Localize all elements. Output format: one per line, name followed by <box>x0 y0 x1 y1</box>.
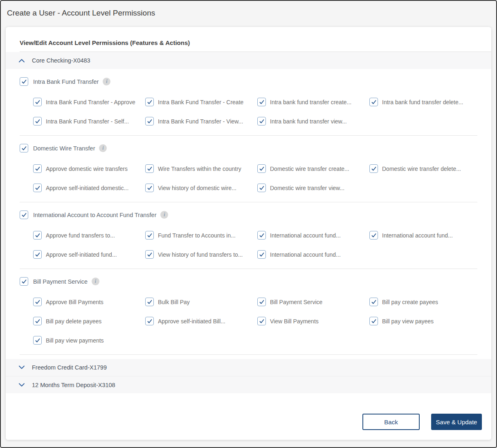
permission-label: International account fund... <box>270 251 341 258</box>
permission-checkbox[interactable] <box>33 336 42 345</box>
permission-checkbox[interactable] <box>369 231 378 240</box>
permission-checkbox[interactable] <box>257 117 266 125</box>
permission-checkbox[interactable] <box>33 231 42 240</box>
back-button[interactable]: Back <box>362 414 420 430</box>
permission-checkbox[interactable] <box>145 184 154 192</box>
permission-item[interactable]: Wire Transfers within the country <box>145 164 253 173</box>
permission-item[interactable]: Approve fund transfers to... <box>33 231 141 240</box>
permission-checkbox[interactable] <box>145 298 154 306</box>
group-checkbox[interactable] <box>20 211 28 219</box>
account-accordion-row[interactable]: 12 Months Term Deposit-X3108 <box>6 376 491 393</box>
permission-label: Approve self-initiated domestic... <box>46 185 128 191</box>
permission-checkbox[interactable] <box>369 317 378 325</box>
permission-label: Intra bank fund transfer delete... <box>382 99 463 105</box>
permission-item[interactable]: Intra Bank Fund Transfer - Self... <box>33 117 141 125</box>
permission-item[interactable]: International account fund... <box>257 231 365 240</box>
permission-checkbox[interactable] <box>369 298 378 306</box>
accordion-list: Core Checking-X0483Intra Bank Fund Trans… <box>6 52 491 393</box>
permission-group: Domestic Wire TransferiApprove domestic … <box>20 144 477 202</box>
permission-checkbox[interactable] <box>145 231 154 240</box>
permission-checkbox[interactable] <box>33 184 42 192</box>
permission-checkbox[interactable] <box>369 98 378 106</box>
permission-checkbox[interactable] <box>33 250 42 259</box>
info-icon[interactable]: i <box>160 211 168 219</box>
permission-checkbox[interactable] <box>257 298 266 306</box>
permission-item[interactable]: Domestic wire transfer delete... <box>369 164 477 173</box>
permission-checkbox[interactable] <box>257 98 266 106</box>
permission-checkbox[interactable] <box>145 164 154 173</box>
permission-label: Bill pay delete payees <box>46 318 101 325</box>
permission-item[interactable]: Fund Transfer to Accounts in... <box>145 231 253 240</box>
permission-item[interactable]: Bill Payment Service <box>257 298 365 306</box>
permission-label: View history of fund transfers to... <box>158 251 243 258</box>
permission-grid: Intra Bank Fund Transfer - ApproveIntra … <box>33 98 477 125</box>
permission-label: Intra bank fund transfer create... <box>270 99 351 105</box>
permission-item[interactable]: International account fund... <box>257 250 365 259</box>
permission-checkbox[interactable] <box>257 164 266 173</box>
permission-item[interactable]: Bulk Bill Pay <box>145 298 253 306</box>
chevron-up-icon <box>18 58 25 63</box>
permission-label: International account fund... <box>382 232 453 239</box>
permission-item[interactable]: View history of domestic wire... <box>145 184 253 192</box>
permission-item[interactable]: Intra bank fund transfer view... <box>257 117 365 125</box>
permission-item[interactable]: Intra bank fund transfer create... <box>257 98 365 106</box>
permission-item[interactable]: Intra bank fund transfer delete... <box>369 98 477 106</box>
save-update-button[interactable]: Save & Update <box>431 414 482 430</box>
permission-item[interactable]: Approve domestic wire transfers <box>33 164 141 173</box>
permission-item[interactable]: Intra Bank Fund Transfer - Approve <box>33 98 141 106</box>
permission-item[interactable]: International account fund... <box>369 231 477 240</box>
permission-checkbox[interactable] <box>369 164 378 173</box>
permission-item[interactable]: Approve self-initiated fund... <box>33 250 141 259</box>
permission-checkbox[interactable] <box>33 117 42 125</box>
permission-item[interactable]: Bill pay view payments <box>33 336 141 345</box>
info-icon[interactable]: i <box>99 144 107 152</box>
permission-label: Bulk Bill Pay <box>158 299 190 305</box>
info-icon[interactable]: i <box>92 278 99 285</box>
permission-label: International account fund... <box>270 232 341 239</box>
account-accordion-row[interactable]: Freedom Credit Card-X1799 <box>6 359 491 376</box>
group-divider <box>20 135 477 136</box>
permission-checkbox[interactable] <box>33 98 42 106</box>
group-checkbox[interactable] <box>20 277 28 286</box>
permission-checkbox[interactable] <box>145 98 154 106</box>
permission-item[interactable]: Domestic wire transfer view... <box>257 184 365 192</box>
group-label: International Account to Account Fund Tr… <box>33 212 156 218</box>
permission-item[interactable]: View history of fund transfers to... <box>145 250 253 259</box>
permission-item[interactable]: View Bill Payments <box>257 317 365 325</box>
permission-item[interactable]: Bill pay create payees <box>369 298 477 306</box>
permission-item[interactable]: Intra Bank Fund Transfer - Create <box>145 98 253 106</box>
permission-group-header: Domestic Wire Transferi <box>20 144 477 152</box>
permission-grid: Approve domestic wire transfersWire Tran… <box>33 164 477 192</box>
group-divider <box>20 354 477 355</box>
account-label: Freedom Credit Card-X1799 <box>32 364 107 371</box>
permission-checkbox[interactable] <box>257 250 266 259</box>
permission-item[interactable]: Domestic wire transfer create... <box>257 164 365 173</box>
permission-item[interactable]: Intra Bank Fund Transfer - View... <box>145 117 253 125</box>
permission-checkbox[interactable] <box>145 317 154 325</box>
account-permissions-body: Intra Bank Fund TransferiIntra Bank Fund… <box>6 77 491 359</box>
permission-checkbox[interactable] <box>33 317 42 325</box>
permission-checkbox[interactable] <box>145 250 154 259</box>
permission-label: Intra Bank Fund Transfer - Create <box>158 99 243 105</box>
permission-item[interactable]: Approve Bill Payments <box>33 298 141 306</box>
permission-item[interactable]: Approve self-initiated domestic... <box>33 184 141 192</box>
permission-checkbox[interactable] <box>257 184 266 192</box>
permission-checkbox[interactable] <box>145 117 154 125</box>
permission-checkbox[interactable] <box>33 164 42 173</box>
account-accordion-row[interactable]: Core Checking-X0483 <box>6 52 491 69</box>
permission-item[interactable]: Bill pay delete payees <box>33 317 141 325</box>
permission-checkbox[interactable] <box>257 231 266 240</box>
permission-item[interactable]: Bill pay view payees <box>369 317 477 325</box>
permission-label: View history of domestic wire... <box>158 185 236 191</box>
group-checkbox[interactable] <box>20 144 28 152</box>
info-icon[interactable]: i <box>103 78 110 85</box>
permission-label: Bill Payment Service <box>270 299 322 305</box>
group-checkbox[interactable] <box>20 77 28 86</box>
permission-checkbox[interactable] <box>33 298 42 306</box>
app-window: Create a User - Account Level Permission… <box>0 0 497 448</box>
permission-item[interactable]: Approve self-initiated Bill... <box>145 317 253 325</box>
permission-label: Approve self-initiated fund... <box>46 251 117 258</box>
permissions-card: View/Edit Account Level Permissions (Fea… <box>6 27 491 440</box>
permission-checkbox[interactable] <box>257 317 266 325</box>
permission-label: Fund Transfer to Accounts in... <box>158 232 236 239</box>
